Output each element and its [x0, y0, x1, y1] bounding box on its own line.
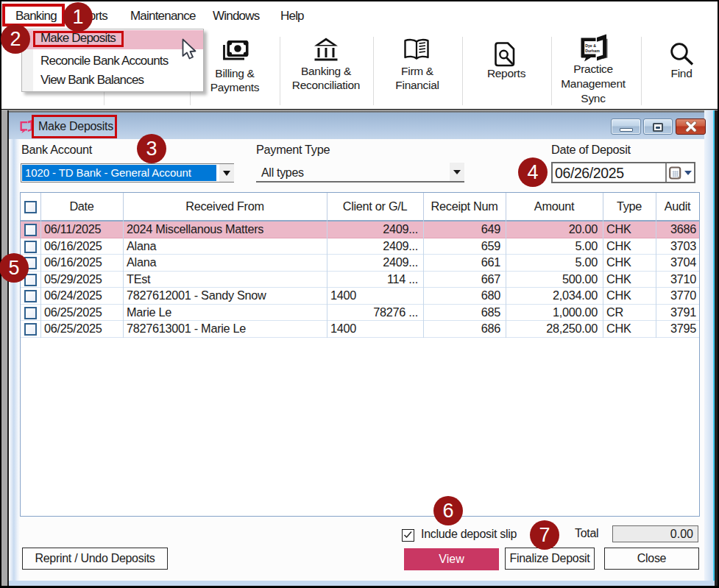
svg-text:™: ™ [603, 37, 606, 40]
svg-text:Dye &: Dye & [585, 43, 596, 48]
svg-text:Durham: Durham [585, 49, 600, 53]
